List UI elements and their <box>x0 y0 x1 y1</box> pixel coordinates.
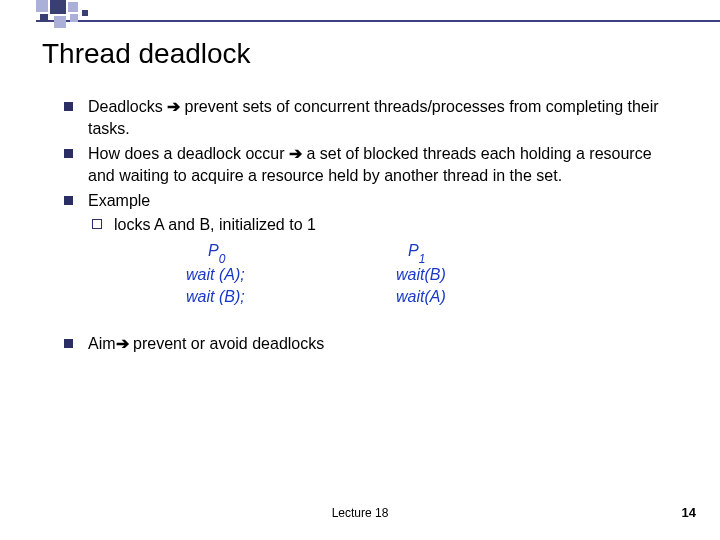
bullet-text: prevent or avoid deadlocks <box>129 335 325 352</box>
slide: Thread deadlock Deadlocks ➔ prevent sets… <box>0 0 720 540</box>
deco-square <box>70 14 78 22</box>
footer-lecture: Lecture 18 <box>0 506 720 520</box>
code-cell: wait(B) <box>346 264 546 286</box>
bullet-text: How does a deadlock occur <box>88 145 289 162</box>
bullet-text: Deadlocks <box>88 98 167 115</box>
footer-page-number: 14 <box>682 505 696 520</box>
code-row: P0 P1 <box>116 240 660 264</box>
code-cell: wait (B); <box>116 286 316 308</box>
header-line <box>36 20 720 22</box>
process-subscript: 0 <box>219 252 226 266</box>
sub-bullet-list: locks A and B, initialized to 1 P0 P1 wa… <box>88 214 660 307</box>
bullet-item: How does a deadlock occur ➔ a set of blo… <box>60 143 660 186</box>
slide-title: Thread deadlock <box>42 38 251 70</box>
bullet-text: Example <box>88 192 150 209</box>
deco-square <box>36 0 48 12</box>
arrow-icon: ➔ <box>289 145 302 162</box>
sub-bullet-item: locks A and B, initialized to 1 P0 P1 wa… <box>88 214 660 307</box>
code-col-left: P0 <box>116 240 316 264</box>
bullet-list: Deadlocks ➔ prevent sets of concurrent t… <box>60 96 660 355</box>
bullet-text: Aim <box>88 335 116 352</box>
process-subscript: 1 <box>419 252 426 266</box>
bullet-item: Deadlocks ➔ prevent sets of concurrent t… <box>60 96 660 139</box>
sub-bullet-text: locks A and B, initialized to 1 <box>114 216 316 233</box>
code-block: P0 P1 wait (A); wait(B) wait (B); wait(A… <box>116 240 660 308</box>
deco-square <box>50 0 66 14</box>
code-row: wait (B); wait(A) <box>116 286 660 308</box>
process-label: P <box>208 242 219 259</box>
arrow-icon: ➔ <box>116 335 129 352</box>
code-cell: wait (A); <box>116 264 316 286</box>
code-cell: wait(A) <box>346 286 546 308</box>
bullet-item: Example locks A and B, initialized to 1 … <box>60 190 660 307</box>
deco-square <box>40 14 48 22</box>
deco-square <box>54 16 66 28</box>
deco-square <box>68 2 78 12</box>
code-col-right: P1 <box>346 240 546 264</box>
deco-square <box>82 10 88 16</box>
process-label: P <box>408 242 419 259</box>
bullet-item: Aim➔ prevent or avoid deadlocks <box>60 333 660 355</box>
slide-content: Deadlocks ➔ prevent sets of concurrent t… <box>60 96 660 359</box>
code-row: wait (A); wait(B) <box>116 264 660 286</box>
header-decoration <box>0 0 720 28</box>
arrow-icon: ➔ <box>167 98 180 115</box>
